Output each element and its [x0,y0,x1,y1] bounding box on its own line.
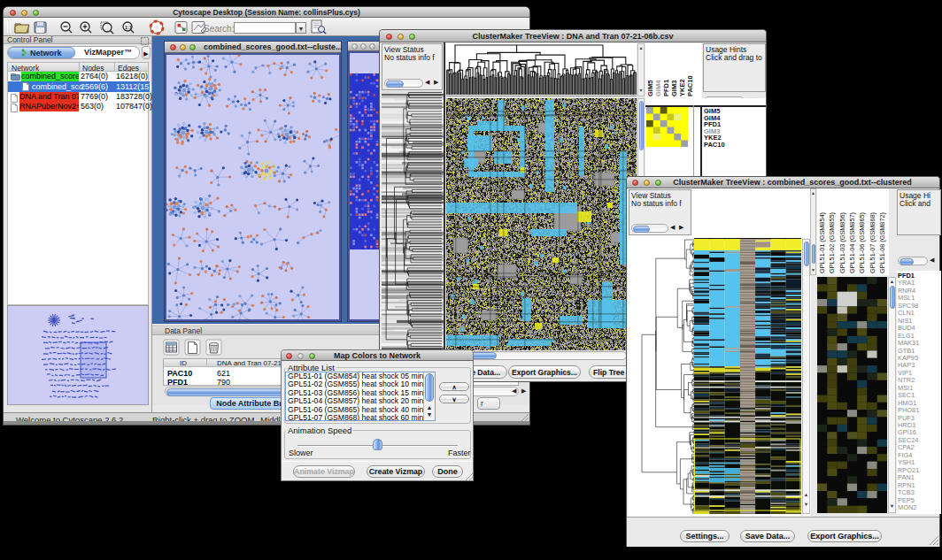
svg-text:GPL51-01 (GSM854): GPL51-01 (GSM854) [818,212,826,273]
svg-text:MON2: MON2 [898,503,916,511]
svg-text:PAC10: PAC10 [686,75,694,96]
svg-text:GPL51-08 (GSM872): GPL51-08 (GSM872) [878,212,886,273]
svg-text:GPL51-03 (GSM856): GPL51-03 (GSM856) [838,212,846,273]
svg-text:GIM3: GIM3 [670,81,678,96]
svg-text:GPL51-06 (GSM865): GPL51-06 (GSM865) [858,212,866,273]
svg-text:GPL51-02 (GSM855): GPL51-02 (GSM855) [828,212,836,273]
svg-text:GIM5: GIM5 [646,81,654,96]
svg-text:PFD1: PFD1 [662,80,670,96]
svg-text:GIM4: GIM4 [654,80,662,96]
svg-text:YKE2: YKE2 [678,79,686,96]
svg-text:GPL51-07 (GSM868): GPL51-07 (GSM868) [869,212,876,273]
svg-text:1:1: 1:1 [125,25,132,30]
svg-text:GPL51-04 (GSM857): GPL51-04 (GSM857) [848,212,856,273]
